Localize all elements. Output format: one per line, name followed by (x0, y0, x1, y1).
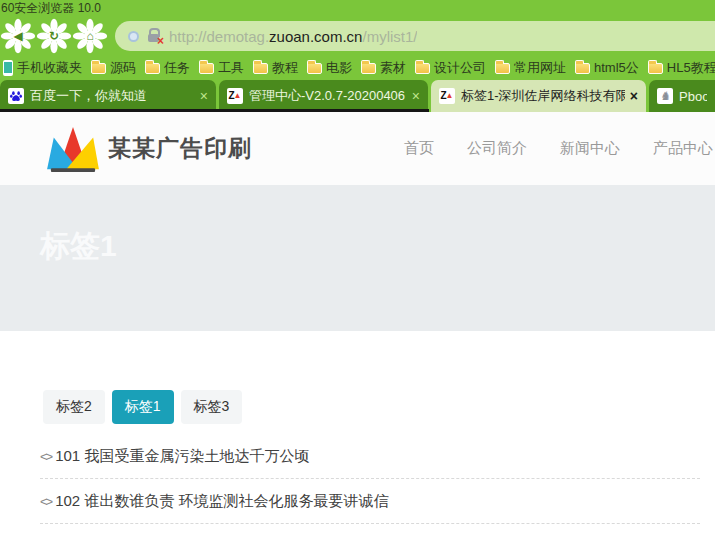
bookmark-item[interactable]: 设计公司 (415, 59, 486, 77)
bookmark-label: 教程 (272, 59, 298, 77)
list-item-article-101[interactable]: <> 101 我国受重金属污染土地达千万公顷 (40, 434, 700, 479)
nav-item-about[interactable]: 公司简介 (467, 139, 527, 158)
tab-title: PbootC (679, 89, 707, 104)
za-logo-icon: Z▲ (227, 88, 243, 104)
tab-title: 标签1-深圳佐岸网络科技有限 (461, 87, 625, 105)
back-icon: ◀ (13, 30, 22, 42)
bookmark-label: 手机收藏夹 (17, 59, 82, 77)
browser-chrome: 60安全浏览器 10.0 ◀ ↻ ⌂ http://demotag.zuoan.… (0, 0, 715, 112)
bookmark-item[interactable]: 电影 (307, 59, 352, 77)
page-content: 标签2 标签1 标签3 <> 101 我国受重金属污染土地达千万公顷 <> 10… (0, 331, 715, 524)
browser-tab-label1-active[interactable]: Z▲ 标签1-深圳佐岸网络科技有限 × (431, 80, 646, 112)
bookmark-label: 设计公司 (434, 59, 486, 77)
folder-icon (495, 63, 510, 74)
list-bullet-icon: <> (40, 449, 51, 464)
refresh-icon: ↻ (49, 30, 59, 42)
bookmark-label: 源码 (110, 59, 136, 77)
bookmark-label: 任务 (164, 59, 190, 77)
bookmark-item[interactable]: 教程 (253, 59, 298, 77)
insecure-lock-icon[interactable] (148, 34, 159, 42)
bookmark-label: 素材 (380, 59, 406, 77)
article-title: 102 谁出数谁负责 环境监测社会化服务最要讲诚信 (55, 492, 388, 511)
nav-item-home[interactable]: 首页 (404, 139, 434, 158)
url-text[interactable]: http://demotag.zuoan.com.cn/mylist1/ (169, 28, 417, 45)
bookmark-item[interactable]: 常用网址 (495, 59, 566, 77)
address-bar[interactable]: http://demotag.zuoan.com.cn/mylist1/ (115, 21, 715, 51)
close-icon[interactable]: × (630, 89, 638, 103)
knight-icon: ♞ (657, 88, 673, 104)
filter-tab-label3[interactable]: 标签3 (181, 390, 243, 424)
folder-icon (415, 63, 430, 74)
site-logo-text: 某某广告印刷 (108, 133, 252, 164)
home-icon: ⌂ (86, 30, 93, 42)
window-titlebar: 60安全浏览器 10.0 (0, 0, 715, 17)
window-title: 60安全浏览器 10.0 (1, 1, 101, 15)
article-title: 101 我国受重金属污染土地达千万公顷 (55, 447, 309, 466)
crown-logo-icon (44, 125, 102, 173)
article-list: <> 101 我国受重金属污染土地达千万公顷 <> 102 谁出数谁负责 环境监… (40, 434, 700, 524)
folder-icon (648, 63, 663, 74)
folder-icon (91, 63, 106, 74)
close-icon[interactable]: × (412, 89, 420, 103)
filter-tab-label1-active[interactable]: 标签1 (112, 390, 174, 424)
bookmark-item[interactable]: 任务 (145, 59, 190, 77)
nav-item-news[interactable]: 新闻中心 (560, 139, 620, 158)
bookmark-label: 常用网址 (514, 59, 566, 77)
browser-tab-baidu[interactable]: 百度一下，你就知道 × (0, 80, 216, 112)
bookmark-item-mobile-favorites[interactable]: 手机收藏夹 (3, 59, 82, 77)
site-header: 某某广告印刷 首页 公司简介 新闻中心 产品中心 (0, 112, 715, 185)
browser-toolbar: ◀ ↻ ⌂ http://demotag.zuoan.com.cn/mylist… (0, 17, 715, 55)
list-bullet-icon: <> (40, 494, 51, 509)
tabstrip-underline (0, 109, 429, 112)
close-icon[interactable]: × (200, 89, 208, 103)
folder-icon (253, 63, 268, 74)
refresh-button[interactable]: ↻ (36, 18, 72, 54)
filter-tabs: 标签2 标签1 标签3 (43, 390, 700, 424)
home-button[interactable]: ⌂ (72, 18, 108, 54)
bookmark-label: 工具 (218, 59, 244, 77)
nav-item-products[interactable]: 产品中心 (653, 139, 713, 158)
list-item-article-102[interactable]: <> 102 谁出数谁负责 环境监测社会化服务最要讲诚信 (40, 479, 700, 524)
browser-tab-admin-center[interactable]: Z▲ 管理中心-V2.0.7-20200406 × (219, 80, 428, 112)
site-info-icon[interactable] (128, 31, 139, 42)
phone-icon (3, 60, 13, 76)
bookmark-label: HL5教程 (667, 59, 715, 77)
tab-title: 百度一下，你就知道 (30, 87, 195, 105)
webpage: 某某广告印刷 首页 公司简介 新闻中心 产品中心 标签1 标签2 标签1 标签3… (0, 112, 715, 541)
bookmark-item[interactable]: 工具 (199, 59, 244, 77)
bookmarks-bar: 手机收藏夹 源码 任务 工具 教程 电影 素材 设计公司 常用网址 html5公… (0, 55, 715, 80)
url-path: /mylist1/ (362, 28, 417, 45)
page-banner: 标签1 (0, 185, 715, 331)
filter-tab-label2[interactable]: 标签2 (43, 390, 105, 424)
back-button[interactable]: ◀ (0, 18, 36, 54)
bookmark-item[interactable]: HL5教程 (648, 59, 715, 77)
za-logo-icon: Z▲ (439, 88, 455, 104)
bookmark-item[interactable]: html5公 (575, 59, 639, 77)
baidu-paw-icon (8, 88, 24, 104)
bookmark-item[interactable]: 素材 (361, 59, 406, 77)
url-scheme-host: http://demotag. (169, 28, 269, 45)
tab-title: 管理中心-V2.0.7-20200406 (249, 87, 407, 105)
folder-icon (199, 63, 214, 74)
site-nav: 首页 公司简介 新闻中心 产品中心 (404, 139, 715, 158)
banner-title: 标签1 (40, 226, 715, 267)
browser-tab-pboot[interactable]: ♞ PbootC (649, 80, 715, 112)
tab-strip: 百度一下，你就知道 × Z▲ 管理中心-V2.0.7-20200406 × Z▲… (0, 80, 715, 112)
bookmark-label: 电影 (326, 59, 352, 77)
url-domain: zuoan.com.cn (269, 28, 362, 45)
site-logo[interactable]: 某某广告印刷 (44, 125, 252, 173)
folder-icon (575, 63, 590, 74)
folder-icon (361, 63, 376, 74)
folder-icon (307, 63, 322, 74)
folder-icon (145, 63, 160, 74)
bookmark-label: html5公 (594, 59, 639, 77)
bookmark-item[interactable]: 源码 (91, 59, 136, 77)
browser-window: 60安全浏览器 10.0 ◀ ↻ ⌂ http://demotag.zuoan.… (0, 0, 715, 541)
